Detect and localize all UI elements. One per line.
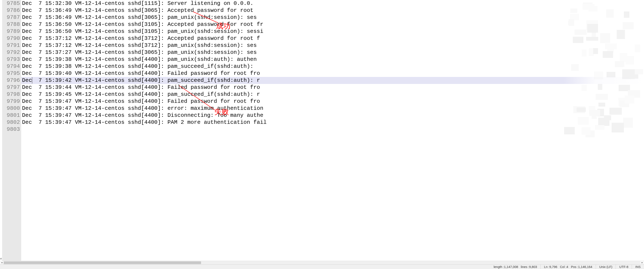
status-lines-value: 9,803 [529, 265, 537, 268]
status-eol: Unix (LF) [596, 264, 616, 269]
code-line[interactable]: Dec 7 15:39:47 VM-12-14-centos sshd[4400… [21, 112, 644, 119]
scroll-track[interactable] [4, 261, 640, 264]
status-col-value: 4 [566, 265, 568, 268]
line-number: 9794 [4, 63, 20, 70]
status-pos-value: 1,146,164 [578, 265, 592, 268]
status-ln-label: Ln : [544, 265, 549, 268]
line-number: 9786 [4, 7, 20, 14]
code-line[interactable]: Dec 7 15:32:30 VM-12-14-centos sshd[1115… [21, 0, 644, 7]
code-line[interactable]: Dec 7 15:39:38 VM-12-14-centos sshd[4400… [21, 63, 644, 70]
status-length: length : 1,147,008 lines : 9,803 [490, 264, 540, 269]
scroll-left-button[interactable]: ◄ [0, 261, 4, 264]
code-lines[interactable]: Dec 7 15:32:30 VM-12-14-centos sshd[1115… [21, 0, 644, 133]
status-bar: length : 1,147,008 lines : 9,803 Ln : 9,… [0, 264, 644, 269]
status-length-value: 1,147,008 [504, 265, 518, 268]
scroll-thumb[interactable] [4, 261, 201, 264]
code-line[interactable]: Dec 7 15:39:38 VM-12-14-centos sshd[4400… [21, 56, 644, 63]
line-number: 9788 [4, 21, 20, 28]
code-line[interactable]: Dec 7 15:36:49 VM-12-14-centos sshd[3065… [21, 7, 644, 14]
code-line[interactable] [21, 126, 644, 133]
code-line[interactable]: Dec 7 15:36:50 VM-12-14-centos sshd[3105… [21, 28, 644, 35]
line-number: 9803 [4, 126, 20, 133]
code-line[interactable]: Dec 7 15:36:49 VM-12-14-centos sshd[3065… [21, 14, 644, 21]
line-number: 9801 [4, 112, 20, 119]
horizontal-scrollbar[interactable]: ◄ ► [0, 261, 644, 264]
line-number: 9792 [4, 49, 20, 56]
status-encoding: UTF-8 [616, 264, 632, 269]
status-lines-label: lines : [521, 265, 529, 268]
line-number: 9791 [4, 42, 20, 49]
code-line[interactable]: Dec 7 15:39:47 VM-12-14-centos sshd[4400… [21, 119, 644, 126]
scroll-right-button[interactable]: ► [640, 261, 644, 264]
left-margin-fragment: e [0, 0, 2, 261]
code-line[interactable]: Dec 7 15:37:12 VM-12-14-centos sshd[3712… [21, 42, 644, 49]
code-line[interactable]: Dec 7 15:36:50 VM-12-14-centos sshd[3105… [21, 21, 644, 28]
line-number: 9796 [4, 77, 20, 84]
line-number: 9789 [4, 28, 20, 35]
code-line[interactable]: Dec 7 15:39:42 VM-12-14-centos sshd[4400… [21, 77, 644, 84]
code-line[interactable]: Dec 7 15:39:40 VM-12-14-centos sshd[4400… [21, 70, 644, 77]
line-number-gutter: 9785978697879788978997909791979297939794… [2, 0, 21, 261]
line-number: 9795 [4, 70, 20, 77]
line-number: 9802 [4, 119, 20, 126]
code-area[interactable]: Dec 7 15:32:30 VM-12-14-centos sshd[1115… [21, 0, 644, 261]
line-number: 9797 [4, 84, 20, 91]
status-pos-label: Pos : [571, 265, 578, 268]
status-cursor: Ln : 9,796 Col : 4 Pos : 1,146,164 [540, 264, 596, 269]
status-length-label: length : [494, 265, 504, 268]
code-line[interactable]: Dec 7 15:39:47 VM-12-14-centos sshd[4400… [21, 98, 644, 105]
line-number: 9800 [4, 105, 20, 112]
code-line[interactable]: Dec 7 15:39:45 VM-12-14-centos sshd[4400… [21, 91, 644, 98]
editor-window: e 97859786978797889789979097919792979397… [0, 0, 644, 269]
line-number: 9790 [4, 35, 20, 42]
editor-content: e 97859786978797889789979097919792979397… [0, 0, 644, 261]
code-line[interactable]: Dec 7 15:37:27 VM-12-14-centos sshd[3065… [21, 49, 644, 56]
code-line[interactable]: Dec 7 15:39:44 VM-12-14-centos sshd[4400… [21, 84, 644, 91]
line-number: 9785 [4, 0, 20, 7]
line-number: 9793 [4, 56, 20, 63]
code-line[interactable]: Dec 7 15:39:47 VM-12-14-centos sshd[4400… [21, 105, 644, 112]
line-number: 9798 [4, 91, 20, 98]
status-ln-value: 9,796 [549, 265, 557, 268]
line-number: 9787 [4, 14, 20, 21]
line-number: 9799 [4, 98, 20, 105]
code-line[interactable]: Dec 7 15:37:12 VM-12-14-centos sshd[3712… [21, 35, 644, 42]
status-col-label: Col : [560, 265, 566, 268]
status-mode: INS [632, 264, 644, 269]
